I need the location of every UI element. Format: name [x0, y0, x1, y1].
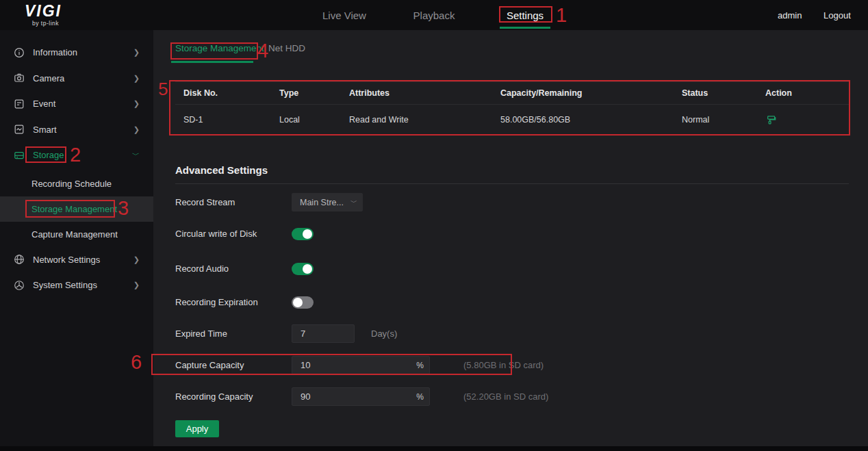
recording-capacity-hint: (52.20GB in SD card) [463, 387, 548, 406]
table-header-row: Disk No. Type Attributes Capacity/Remain… [175, 82, 849, 105]
logo-subtitle: by tp-link [25, 20, 62, 27]
sidebar-item-label: Information [33, 47, 133, 57]
chevron-right-icon: ❯ [133, 48, 140, 57]
recording-expiration-row: Recording Expiration [175, 293, 314, 311]
sidebar-subitem-label: Recording Schedule [31, 179, 112, 189]
advanced-settings-title: Advanced Settings [175, 164, 268, 176]
circular-write-toggle[interactable] [292, 228, 314, 240]
record-audio-label: Record Audio [175, 263, 292, 274]
sidebar-item-label: Storage [33, 150, 132, 160]
nav-settings[interactable]: Settings [507, 0, 544, 30]
record-audio-toggle[interactable] [292, 263, 314, 275]
chevron-right-icon: ❯ [133, 255, 140, 264]
sidebar-item-label: Smart [33, 125, 133, 135]
capture-capacity-label: Capture Capacity [175, 360, 292, 370]
col-type: Type [279, 88, 349, 98]
cell-status: Normal [682, 115, 765, 125]
cell-disk-no: SD-1 [175, 115, 279, 125]
vigi-logo: VIGI by tp-link [25, 3, 62, 27]
chevron-right-icon: ❯ [133, 99, 140, 108]
chevron-right-icon: ❯ [133, 74, 140, 83]
record-audio-row: Record Audio [175, 259, 314, 278]
cell-type: Local [279, 115, 349, 125]
smart-icon [14, 124, 25, 135]
nav-live-view[interactable]: Live View [322, 0, 366, 30]
table-row: SD-1 Local Read and Write 58.00GB/56.80G… [175, 105, 849, 136]
logo-title: VIGI [25, 3, 62, 19]
col-attributes: Attributes [349, 88, 500, 98]
chevron-right-icon: ❯ [133, 125, 140, 134]
sidebar-item-camera[interactable]: Camera ❯ [0, 66, 153, 92]
col-disk-no: Disk No. [175, 88, 279, 98]
sidebar-item-label: Network Settings [33, 255, 133, 265]
sidebar-item-network-settings[interactable]: Network Settings ❯ [0, 247, 153, 273]
cell-capacity: 58.00GB/56.80GB [500, 115, 682, 125]
capture-capacity-hint: (5.80GB in SD card) [463, 356, 544, 374]
cell-attributes: Read and Write [349, 115, 500, 125]
storage-icon [14, 150, 25, 161]
bottom-strip [0, 446, 868, 451]
col-capacity: Capacity/Remaining [500, 88, 682, 98]
tab-net-hdd[interactable]: Net HDD [268, 43, 305, 53]
capture-capacity-input[interactable] [292, 356, 430, 374]
sidebar-item-recording-schedule[interactable]: Recording Schedule [0, 171, 153, 196]
section-divider [175, 183, 849, 184]
camera-icon [14, 73, 25, 83]
toggle-knob [303, 264, 312, 274]
sidebar-subitem-label: Capture Management [31, 229, 118, 240]
sidebar-item-capture-management[interactable]: Capture Management [0, 222, 153, 247]
sidebar: Information ❯ Camera ❯ Event ❯ [0, 30, 153, 451]
record-stream-label: Record Stream [175, 197, 292, 207]
username-label: admin [778, 0, 802, 30]
recording-capacity-input[interactable] [292, 387, 430, 406]
sidebar-subitem-label: Storage Management [31, 204, 117, 214]
info-icon [14, 47, 25, 58]
sidebar-item-storage-management[interactable]: Storage Management [0, 196, 153, 222]
disk-table: Disk No. Type Attributes Capacity/Remain… [175, 81, 849, 136]
format-roller-icon[interactable] [765, 114, 842, 126]
sidebar-item-smart[interactable]: Smart ❯ [0, 117, 153, 143]
chevron-down-icon: ﹀ [350, 198, 357, 207]
recording-expiration-label: Recording Expiration [175, 297, 292, 307]
apply-button[interactable]: Apply [175, 420, 219, 437]
system-icon [14, 280, 25, 291]
sidebar-item-label: Event [33, 99, 133, 109]
top-bar: VIGI by tp-link Live View Playback Setti… [0, 0, 868, 30]
tab-storage-management[interactable]: Storage Management [175, 43, 264, 53]
main-content: Storage Management Net HDD Disk No. Type… [153, 30, 868, 451]
storage-submenu: Recording Schedule Storage Management Ca… [0, 171, 153, 247]
expired-time-label: Expired Time [175, 328, 292, 339]
chevron-down-icon: ﹀ [132, 150, 140, 160]
sidebar-item-label: System Settings [33, 280, 133, 290]
globe-icon [14, 254, 25, 265]
app-window: VIGI by tp-link Live View Playback Setti… [0, 0, 868, 451]
sidebar-item-storage[interactable]: Storage ﹀ [0, 142, 153, 168]
sidebar-item-system-settings[interactable]: System Settings ❯ [0, 272, 153, 298]
col-status: Status [682, 88, 765, 98]
recording-expiration-toggle[interactable] [292, 296, 314, 309]
col-action: Action [765, 88, 842, 98]
chevron-right-icon: ❯ [133, 281, 140, 289]
circular-write-label: Circular write of Disk [175, 229, 292, 239]
recording-capacity-label: Recording Capacity [175, 391, 292, 402]
logout-button[interactable]: Logout [824, 0, 851, 30]
sidebar-item-label: Camera [33, 73, 133, 83]
toggle-knob [293, 298, 303, 307]
nav-active-underline [500, 27, 550, 29]
sidebar-item-information[interactable]: Information ❯ [0, 40, 153, 66]
expired-time-input[interactable] [292, 324, 355, 343]
capture-capacity-row: Capture Capacity % (5.80GB in SD card) [175, 356, 430, 374]
record-stream-row: Record Stream Main Stre... ﹀ [175, 193, 363, 211]
toggle-knob [303, 229, 312, 239]
expired-time-row: Expired Time Day(s) [175, 324, 397, 343]
record-stream-value: Main Stre... [300, 198, 350, 207]
sidebar-item-event[interactable]: Event ❯ [0, 91, 153, 117]
circular-write-row: Circular write of Disk [175, 224, 314, 243]
recording-capacity-row: Recording Capacity % (52.20GB in SD card… [175, 387, 430, 406]
event-icon [14, 99, 25, 109]
expired-time-unit: Day(s) [371, 328, 397, 339]
tab-active-underline [171, 61, 253, 63]
record-stream-select[interactable]: Main Stre... ﹀ [292, 193, 363, 211]
nav-playback[interactable]: Playback [413, 0, 455, 30]
